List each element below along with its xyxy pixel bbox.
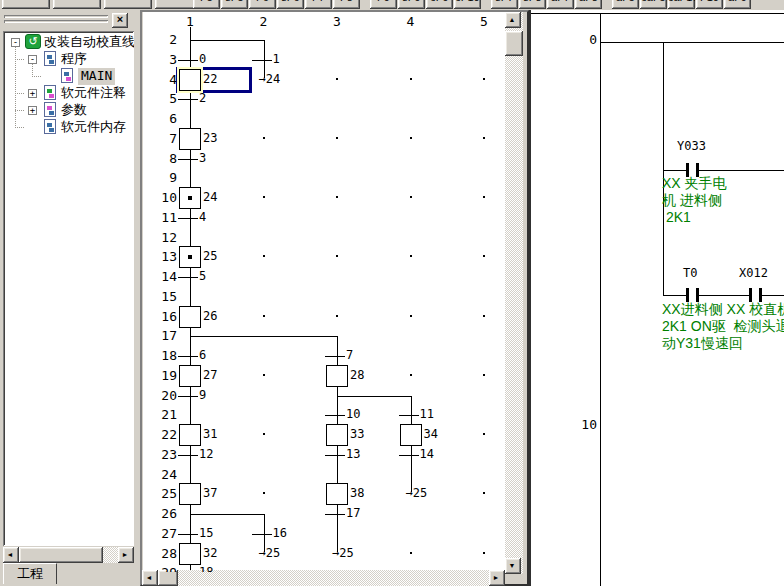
- sfc-step[interactable]: [326, 424, 348, 446]
- sfc-transition[interactable]: [399, 415, 419, 416]
- sfc-transition[interactable]: [178, 534, 198, 535]
- sfc-step[interactable]: [326, 483, 348, 505]
- sfc-step[interactable]: [400, 424, 422, 446]
- toolbar-button-sf6[interactable]: sF6: [277, 0, 304, 9]
- tree-item-label[interactable]: 参数: [61, 102, 87, 119]
- sfc-step[interactable]: [179, 306, 201, 328]
- sfc-transition-number: 6: [199, 348, 206, 362]
- toolbar-button-sf8[interactable]: sF8: [519, 0, 546, 9]
- sfc-step[interactable]: [179, 365, 201, 387]
- close-icon: ×: [117, 13, 123, 25]
- toolbar-button-f10[interactable]: F10: [696, 0, 723, 9]
- sfc-transition[interactable]: [178, 99, 198, 100]
- panel-grip[interactable]: [4, 15, 108, 18]
- ladder-row-number: 0: [569, 32, 597, 47]
- sfc-jump[interactable]: →25: [406, 486, 428, 500]
- sfc-transition[interactable]: [252, 60, 272, 61]
- sfc-transition[interactable]: [325, 514, 345, 515]
- toolbar-button-sf9[interactable]: sF9: [398, 0, 425, 9]
- sfc-row-number: 14: [149, 269, 177, 284]
- scroll-thumb[interactable]: [505, 31, 523, 56]
- tree-expander[interactable]: -: [11, 38, 20, 47]
- toolbar-button-af9[interactable]: aF9: [724, 0, 751, 9]
- toolbar-button-af5[interactable]: aF5: [612, 0, 639, 9]
- sfc-vertical-scrollbar[interactable]: ▲▼: [505, 12, 523, 574]
- contact-symbol[interactable]: [749, 288, 752, 302]
- sfc-transition[interactable]: [178, 60, 198, 61]
- toolbar-button-cf10[interactable]: cF10: [454, 0, 481, 9]
- contact-symbol[interactable]: [686, 288, 689, 302]
- sfc-transition[interactable]: [399, 455, 419, 456]
- doc-shape: [44, 102, 56, 117]
- sfc-jump[interactable]: →25: [259, 546, 281, 560]
- sfc-transition[interactable]: [325, 455, 345, 456]
- sfc-transition[interactable]: [252, 534, 272, 535]
- sfc-row-number: 22: [149, 427, 177, 442]
- scroll-left-button[interactable]: ◄: [142, 570, 158, 586]
- project-panel: × -↺改装自动校直线-程序MAIN+软元件注释+参数软元件内存 ◄► 工程: [0, 11, 137, 586]
- sfc-step-number: 33: [350, 427, 364, 441]
- sfc-step[interactable]: [326, 365, 348, 387]
- sfc-grid-dot: [336, 315, 338, 317]
- sfc-transition[interactable]: [178, 159, 198, 160]
- sfc-step[interactable]: [179, 69, 201, 91]
- sfc-step[interactable]: [179, 187, 201, 209]
- sfc-transition[interactable]: [178, 455, 198, 456]
- sfc-step[interactable]: [179, 543, 201, 565]
- sfc-transition[interactable]: [325, 356, 345, 357]
- toolbar-button-caf10[interactable]: caF10: [668, 0, 695, 9]
- toolbar-button-f8[interactable]: F8: [333, 0, 360, 9]
- toolbar-button[interactable]: [104, 0, 152, 9]
- scroll-right-button[interactable]: ►: [118, 547, 134, 563]
- sfc-step[interactable]: [179, 246, 201, 268]
- sfc-transition-number: 16: [273, 526, 287, 540]
- toolbar-button-f7[interactable]: F7: [305, 0, 332, 9]
- device-comment-icon: [42, 85, 58, 100]
- scroll-thumb[interactable]: [19, 547, 103, 563]
- contact-symbol[interactable]: [696, 288, 699, 302]
- contact-symbol[interactable]: [759, 288, 762, 302]
- sfc-jump[interactable]: →24: [259, 72, 281, 86]
- tree-item-label[interactable]: MAIN: [78, 68, 115, 85]
- scroll-thumb[interactable]: [158, 570, 178, 586]
- toolbar-button-cf9[interactable]: cF9: [426, 0, 453, 9]
- ladder-row-number: 10: [569, 417, 597, 432]
- scroll-left-button[interactable]: ◄: [3, 547, 19, 563]
- toolbar-button-sf5[interactable]: sF5: [221, 0, 248, 9]
- tree-item-label[interactable]: 软元件注释: [61, 85, 126, 102]
- tree-item-label[interactable]: 软元件内存: [61, 119, 126, 136]
- tree-expander[interactable]: +: [28, 106, 37, 115]
- tree-expander[interactable]: +: [28, 89, 37, 98]
- toolbar-button-f6[interactable]: F6: [249, 0, 276, 9]
- scroll-down-button[interactable]: ▼: [505, 558, 521, 574]
- sfc-transition[interactable]: [178, 218, 198, 219]
- scroll-up-button[interactable]: ▲: [505, 12, 521, 28]
- sfc-step[interactable]: [179, 483, 201, 505]
- sfc-step[interactable]: [179, 128, 201, 150]
- project-tab[interactable]: 工程: [3, 563, 57, 584]
- toolbar-button[interactable]: [2, 0, 50, 9]
- toolbar-button-sf7[interactable]: sF7: [491, 0, 518, 9]
- toolbar-button-f9[interactable]: F9: [370, 0, 397, 9]
- toolbar-button-f5[interactable]: F5: [193, 0, 220, 9]
- sfc-transition-number: 3: [199, 151, 206, 165]
- toolbar-button-af7[interactable]: aF7: [547, 0, 574, 9]
- sfc-transition[interactable]: [325, 415, 345, 416]
- sfc-grid-dot: [263, 374, 265, 376]
- sfc-transition[interactable]: [178, 277, 198, 278]
- tree-item-label[interactable]: 改装自动校直线: [44, 34, 134, 51]
- sfc-horizontal-scrollbar[interactable]: ◄►: [142, 570, 505, 586]
- scroll-right-button[interactable]: ►: [489, 570, 505, 586]
- panel-grip[interactable]: [4, 20, 108, 23]
- sfc-transition[interactable]: [178, 396, 198, 397]
- toolbar-button-caf5[interactable]: caF5: [640, 0, 667, 9]
- sfc-transition[interactable]: [178, 356, 198, 357]
- toolbar-button-af8[interactable]: aF8: [575, 0, 602, 9]
- toolbar-button[interactable]: [53, 0, 101, 9]
- tree-horizontal-scrollbar[interactable]: ◄►: [3, 547, 134, 563]
- sfc-jump[interactable]: →25: [332, 546, 354, 560]
- sfc-step[interactable]: [179, 424, 201, 446]
- close-button[interactable]: ×: [112, 13, 128, 28]
- tree-expander[interactable]: -: [28, 55, 37, 64]
- tree-item-label[interactable]: 程序: [61, 51, 87, 68]
